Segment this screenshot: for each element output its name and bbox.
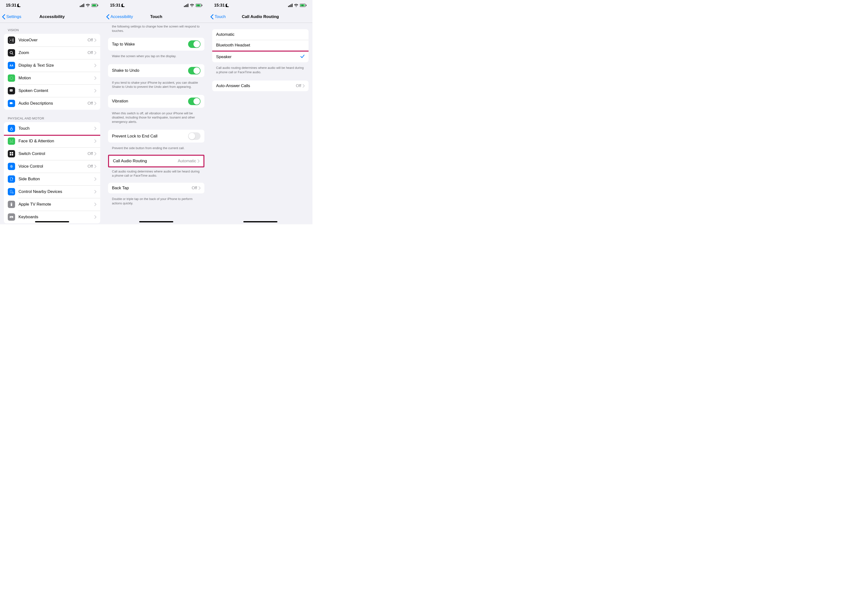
row-touch[interactable]: Touch — [4, 122, 100, 135]
row-label: Apple TV Remote — [19, 202, 94, 207]
tap-to-wake-footer: Wake the screen when you tap on the disp… — [108, 52, 205, 59]
home-indicator[interactable] — [139, 221, 173, 222]
display-text-size-icon: AA — [8, 62, 15, 69]
back-label: Touch — [215, 14, 226, 19]
wifi-icon — [86, 4, 90, 7]
option-automatic[interactable]: Automatic — [212, 29, 309, 40]
voiceover-icon — [8, 36, 15, 44]
back-button[interactable]: Touch — [208, 14, 226, 19]
row-label: Control Nearby Devices — [19, 189, 94, 194]
chevron-right-icon — [94, 165, 96, 168]
chevron-right-icon — [94, 127, 96, 130]
toggle-tap-to-wake[interactable] — [188, 41, 200, 48]
chevron-right-icon — [94, 89, 96, 92]
svg-rect-8 — [9, 38, 14, 42]
cellular-signal-icon — [288, 4, 292, 7]
row-audio-descriptions[interactable]: Audio Descriptions Off — [4, 97, 100, 110]
cellular-signal-icon — [184, 4, 188, 7]
chevron-right-icon — [303, 84, 305, 87]
row-label: Shake to Undo — [112, 68, 188, 73]
row-label: Auto-Answer Calls — [216, 83, 296, 88]
row-switch-control[interactable]: Switch Control Off — [4, 147, 100, 160]
svg-rect-20 — [12, 152, 13, 153]
chevron-left-icon — [106, 14, 109, 19]
svg-point-13 — [10, 90, 11, 90]
routing-options-group: Automatic Bluetooth Headset Speaker — [212, 29, 309, 62]
row-label: Spoken Content — [19, 88, 94, 93]
page-title: Accessibility — [39, 14, 65, 19]
row-vibration: Vibration — [108, 95, 205, 108]
chevron-right-icon — [94, 152, 96, 156]
row-call-audio-routing[interactable]: Call Audio Routing Automatic — [109, 156, 203, 167]
option-bluetooth-headset[interactable]: Bluetooth Headset — [212, 40, 309, 51]
row-voice-control[interactable]: Voice Control Off — [4, 160, 100, 173]
chevron-left-icon — [2, 14, 5, 19]
row-label: Automatic — [216, 32, 305, 37]
svg-point-18 — [12, 140, 12, 141]
svg-rect-22 — [12, 154, 13, 156]
shake-to-undo-footer: If you tend to shake your iPhone by acci… — [108, 79, 205, 90]
status-time: 15:31 — [214, 3, 225, 8]
vision-group: VoiceOver Off Zoom Off AA Display & Text… — [4, 34, 100, 110]
screen-call-audio-routing: 15:31 Touch Call Audio Routing Automatic… — [208, 0, 312, 224]
chevron-right-icon — [94, 76, 96, 80]
audio-descriptions-icon — [8, 100, 15, 107]
row-side-button[interactable]: Side Button — [4, 173, 100, 186]
chevron-right-icon — [94, 102, 96, 105]
row-label: Back Tap — [112, 186, 192, 190]
toggle-vibration[interactable] — [188, 98, 200, 105]
nav-bar: Settings Accessibility — [0, 11, 104, 23]
home-indicator[interactable] — [35, 221, 69, 222]
battery-charging-icon — [196, 4, 203, 7]
svg-rect-16 — [10, 102, 12, 104]
svg-rect-29 — [10, 217, 11, 217]
row-display-text-size[interactable]: AA Display & Text Size — [4, 59, 100, 72]
row-value: Off — [192, 186, 197, 190]
row-value: Off — [296, 83, 301, 88]
row-zoom[interactable]: Zoom Off — [4, 47, 100, 59]
chevron-right-icon — [198, 186, 200, 190]
row-control-nearby[interactable]: Control Nearby Devices — [4, 186, 100, 198]
row-tap-to-wake: Tap to Wake — [108, 38, 205, 51]
option-speaker[interactable]: Speaker — [212, 51, 309, 62]
row-label: Vibration — [112, 99, 188, 104]
cellular-signal-icon — [80, 4, 84, 7]
face-id-icon — [8, 137, 15, 145]
row-value: Off — [87, 164, 93, 169]
page-title: Call Audio Routing — [242, 14, 279, 19]
back-button[interactable]: Accessibility — [104, 14, 133, 19]
keyboards-icon — [8, 214, 15, 221]
row-auto-answer-calls[interactable]: Auto-Answer Calls Off — [212, 81, 309, 91]
row-label: Call Audio Routing — [113, 159, 178, 164]
status-bar: 15:31 — [208, 0, 312, 11]
row-face-id[interactable]: Face ID & Attention — [4, 135, 100, 147]
row-spoken-content[interactable]: Spoken Content — [4, 84, 100, 97]
control-nearby-icon — [8, 188, 15, 195]
toggle-prevent-lock[interactable] — [188, 133, 200, 140]
svg-rect-32 — [11, 217, 12, 218]
do-not-disturb-icon — [226, 4, 229, 7]
chevron-right-icon — [94, 139, 96, 143]
section-header-physical: PHYSICAL AND MOTOR — [4, 111, 100, 122]
chevron-right-icon — [94, 215, 96, 219]
svg-point-17 — [11, 140, 11, 141]
svg-point-10 — [10, 51, 12, 54]
row-value: Off — [87, 50, 93, 55]
side-button-icon — [8, 175, 15, 183]
back-button[interactable]: Settings — [0, 14, 21, 19]
home-indicator[interactable] — [243, 221, 277, 222]
row-apple-tv-remote[interactable]: Apple TV Remote — [4, 198, 100, 211]
motion-icon — [8, 75, 15, 82]
row-voiceover[interactable]: VoiceOver Off — [4, 34, 100, 47]
screen-accessibility: 15:31 Settings Accessibility VISION Voic… — [0, 0, 104, 224]
toggle-shake-to-undo[interactable] — [188, 67, 200, 75]
vibration-footer: When this switch is off, all vibration o… — [108, 109, 205, 125]
row-label: Touch — [19, 126, 94, 131]
switch-control-icon — [8, 150, 15, 158]
row-back-tap[interactable]: Back Tap Off — [108, 183, 205, 193]
row-label: Motion — [19, 76, 94, 81]
row-value: Off — [87, 151, 93, 156]
chevron-right-icon — [94, 190, 96, 193]
row-motion[interactable]: Motion — [4, 72, 100, 84]
section-header-vision: VISION — [4, 23, 100, 34]
